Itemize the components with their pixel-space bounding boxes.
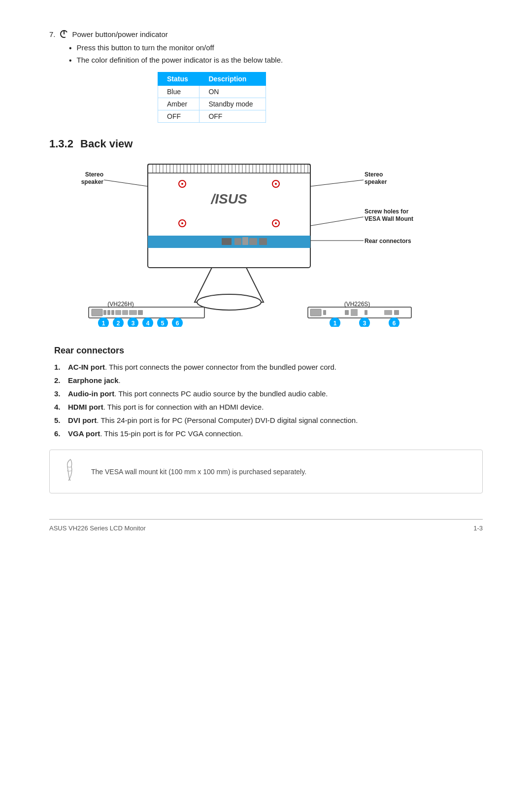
svg-text:Stereo: Stereo [85, 171, 103, 178]
section-132-number: 1.3.2 [49, 138, 73, 150]
svg-rect-82 [394, 310, 399, 315]
svg-rect-61 [234, 238, 241, 245]
table-cell-on: ON [200, 86, 266, 98]
bullet-1: Press this button to turn the monitor on… [69, 43, 483, 53]
table-cell-blue: Blue [158, 86, 200, 98]
item-4-content: HDMI port. This port is for connection w… [68, 403, 483, 411]
section-7: 7. Power button/power indicator Press th… [49, 30, 483, 123]
table-header-description: Description [200, 72, 266, 86]
footer-left: ASUS VH226 Series LCD Monitor [49, 524, 146, 532]
item-5-bold: DVI port [68, 416, 97, 424]
list-item: 3. Audio-in port. This port connects PC … [54, 389, 483, 398]
svg-text:Stereo: Stereo [365, 171, 383, 178]
svg-text:5: 5 [161, 320, 165, 327]
table-row: OFF OFF [158, 110, 266, 123]
power-icon [60, 30, 68, 38]
svg-rect-78 [345, 310, 349, 315]
svg-text:/ISUS: /ISUS [210, 191, 247, 207]
status-table-wrapper: Status Description Blue ON Amber Standby… [158, 72, 483, 123]
item-1-content: AC-IN port. This port connects the power… [68, 363, 483, 371]
status-table: Status Description Blue ON Amber Standby… [158, 72, 266, 123]
svg-text:Screw holes for: Screw holes for [365, 208, 409, 215]
note-pencil-icon [61, 457, 80, 482]
table-cell-off-desc: OFF [200, 110, 266, 123]
svg-rect-77 [323, 310, 326, 315]
svg-rect-71 [115, 310, 121, 315]
item-num-1: 1. [54, 363, 68, 371]
item-2-bold: Earphone jack [68, 376, 119, 384]
svg-rect-2 [148, 164, 310, 268]
svg-text:1: 1 [333, 320, 337, 327]
section7-number: 7. [49, 30, 56, 38]
svg-rect-80 [365, 310, 367, 315]
svg-point-53 [275, 183, 277, 185]
svg-text:6: 6 [393, 320, 396, 327]
svg-text:3: 3 [363, 320, 366, 327]
table-row: Amber Standby mode [158, 98, 266, 110]
svg-rect-76 [310, 309, 321, 316]
bullet-1-text: Press this button to turn the monitor on… [77, 43, 214, 52]
item-1-bold: AC-IN port [68, 363, 105, 371]
table-cell-amber: Amber [158, 98, 200, 110]
item-num-3: 3. [54, 389, 68, 398]
svg-rect-68 [103, 310, 106, 315]
note-box: The VESA wall mount kit (100 mm x 100 mm… [49, 450, 483, 493]
svg-text:(VH226H): (VH226H) [107, 301, 133, 308]
list-item: 4. HDMI port. This port is for connectio… [54, 403, 483, 411]
bullet-2: The color definition of the power indica… [69, 56, 483, 65]
bullet-2-text: The color definition of the power indica… [77, 56, 283, 64]
svg-rect-74 [138, 310, 143, 315]
item-6-bold: VGA port [68, 429, 100, 438]
svg-rect-72 [122, 310, 128, 315]
item-3-content: Audio-in port. This port connects PC aud… [68, 389, 483, 398]
svg-point-65 [197, 294, 261, 310]
item-num-6: 6. [54, 429, 68, 438]
section7-title: 7. Power button/power indicator [49, 30, 483, 38]
list-item: 6. VGA port. This 15-pin port is for PC … [54, 429, 483, 438]
svg-line-115 [69, 479, 70, 481]
list-item: 5. DVI port. This 24-pin port is for PC … [54, 416, 483, 424]
svg-rect-64 [259, 238, 267, 245]
svg-rect-62 [242, 237, 248, 245]
svg-text:Rear connectors: Rear connectors [365, 238, 411, 244]
svg-rect-81 [384, 310, 392, 315]
svg-point-58 [275, 222, 277, 224]
section-132-label: Back view [80, 138, 133, 150]
item-num-4: 4. [54, 403, 68, 411]
svg-line-105 [104, 180, 148, 186]
svg-text:VESA Wall Mount: VESA Wall Mount [365, 215, 413, 222]
item-2-content: Earphone jack. [68, 376, 483, 384]
svg-rect-69 [107, 310, 110, 315]
table-cell-standby: Standby mode [200, 98, 266, 110]
svg-text:6: 6 [176, 320, 179, 327]
svg-point-56 [181, 222, 183, 224]
svg-rect-67 [92, 309, 102, 316]
back-view-diagram: /ISUS [49, 159, 483, 337]
svg-text:speaker: speaker [81, 178, 104, 185]
note-icon [59, 457, 82, 486]
table-row: Blue ON [158, 86, 266, 98]
section-132-title: 1.3.2 Back view [49, 138, 483, 150]
item-5-content: DVI port. This 24-pin port is for PC (Pe… [68, 416, 483, 424]
svg-rect-79 [351, 309, 358, 316]
svg-text:speaker: speaker [365, 178, 387, 185]
section-132: 1.3.2 Back view [49, 138, 483, 337]
item-3-bold: Audio-in port [68, 389, 114, 398]
svg-rect-60 [222, 238, 232, 245]
footer-right: 1-3 [473, 524, 483, 532]
svg-line-108 [310, 180, 364, 186]
power-indicator-label: Power button/power indicator [72, 30, 168, 38]
rear-connectors-title: Rear connectors [54, 346, 483, 356]
svg-line-111 [310, 217, 364, 226]
svg-text:1: 1 [102, 320, 105, 327]
note-text: The VESA wall mount kit (100 mm x 100 mm… [91, 468, 306, 476]
svg-rect-63 [249, 238, 257, 245]
bullets-list: Press this button to turn the monitor on… [69, 43, 483, 65]
item-4-bold: HDMI port [68, 403, 103, 411]
item-6-content: VGA port. This 15-pin port is for PC VGA… [68, 429, 483, 438]
list-item: 2. Earphone jack. [54, 376, 483, 384]
svg-rect-70 [111, 310, 114, 315]
item-num-5: 5. [54, 416, 68, 424]
svg-text:2: 2 [117, 320, 120, 327]
item-num-2: 2. [54, 376, 68, 384]
